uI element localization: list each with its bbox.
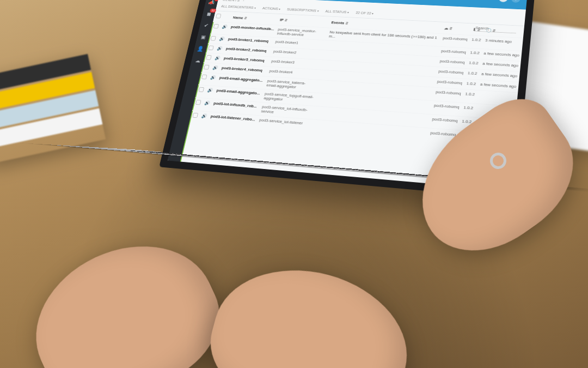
caret-down-icon: ▾ [279,8,281,11]
cell-cloud: pod3-robomq [431,101,462,117]
filter-subscriptions-label: SUBSCRIPTIONS [286,7,316,13]
sound-icon[interactable]: 🔊 [207,88,213,93]
sort-icon: ⇵ [449,27,452,30]
col-events-label: Events [331,20,345,25]
row-checkbox[interactable] [192,113,198,118]
filter-actions[interactable]: ACTIONS ▾ [262,6,281,11]
filter-datacenters-label: ALL DATACENTERS [220,4,254,10]
sound-icon[interactable]: 🔊 [204,100,211,105]
filter-status[interactable]: ALL STATUS ▾ [325,9,350,15]
sound-icon[interactable]: 🔊 [215,56,220,61]
col-cloud[interactable]: ☁⇵ [442,22,471,35]
filter-count[interactable]: 22 OF 22 ▾ [356,10,374,15]
filter-datacenters[interactable]: ALL DATACENTERS ▾ [220,4,256,10]
cell-version: 1.0.2 [469,35,484,49]
filter-subscriptions[interactable]: SUBSCRIPTIONS ▾ [286,7,319,13]
cell-version: 1.0.2 [467,48,482,59]
sound-icon[interactable]: 🔊 [217,46,223,51]
row-checkbox[interactable] [198,87,204,92]
check-icon[interactable]: ✔ [201,21,211,29]
briefcase-icon[interactable]: ▣ [199,33,208,41]
row-checkbox[interactable] [210,36,216,41]
sound-icon[interactable]: 🔊 [210,75,216,80]
filter-count-label: 22 OF 22 [356,10,371,15]
cell-version: 1.0.2 [464,79,479,91]
cloud-icon: ☁ [444,26,449,30]
cloud-icon[interactable]: ☁ [193,57,203,64]
cell-version: 1.0.2 [466,58,481,69]
sort-icon: ⇵ [284,18,287,21]
cell-cloud: pod3-robomq [432,87,463,102]
row-checkbox[interactable] [206,55,212,60]
info-icon[interactable]: i [511,0,521,3]
photo-backdrop: ...gnostics, Monitoring and Management a… [0,0,588,368]
row-checkbox[interactable] [204,65,210,70]
caret-down-icon: ▾ [347,10,350,14]
col-name-label: Name [232,15,243,20]
row-checkbox[interactable] [208,45,213,50]
sound-icon[interactable]: 🔊 [222,25,228,29]
row-checkbox[interactable] [201,74,207,79]
sound-icon[interactable]: 🔊 [201,113,207,119]
bell-icon[interactable]: ◼ 22 [204,10,213,17]
cell-version: 1.0.2 [465,69,480,80]
announce-icon[interactable]: 📣 2 [207,0,216,6]
filter-actions-label: ACTIONS [262,6,278,11]
select-all-checkbox[interactable] [216,14,221,19]
user-area[interactable]: admin i [481,0,521,3]
chevron-right-icon: › [242,0,244,3]
caret-down-icon: ▾ [254,6,256,9]
avatar-icon[interactable] [498,0,509,2]
sound-icon[interactable]: 🔊 [219,37,225,41]
row-checkbox[interactable] [213,24,219,29]
row-checkbox[interactable] [195,100,201,105]
filter-status-label: ALL STATUS [325,9,347,14]
cell-version: 1.0.2 [462,89,477,104]
caret-down-icon: ▾ [317,9,319,13]
breadcrumb-root[interactable]: CLIENTS [222,0,240,2]
cell-cloud: pod3-robomq [440,34,470,48]
sound-icon[interactable]: 🔊 [212,65,218,70]
cell-version: 1.0.2 [461,102,476,117]
sort-icon: ⇵ [345,21,348,25]
user-icon[interactable]: 👤 [196,45,205,52]
col-ip-label: IP [279,17,284,22]
sort-icon: ⇵ [244,16,247,20]
caret-down-icon: ▾ [372,12,374,15]
